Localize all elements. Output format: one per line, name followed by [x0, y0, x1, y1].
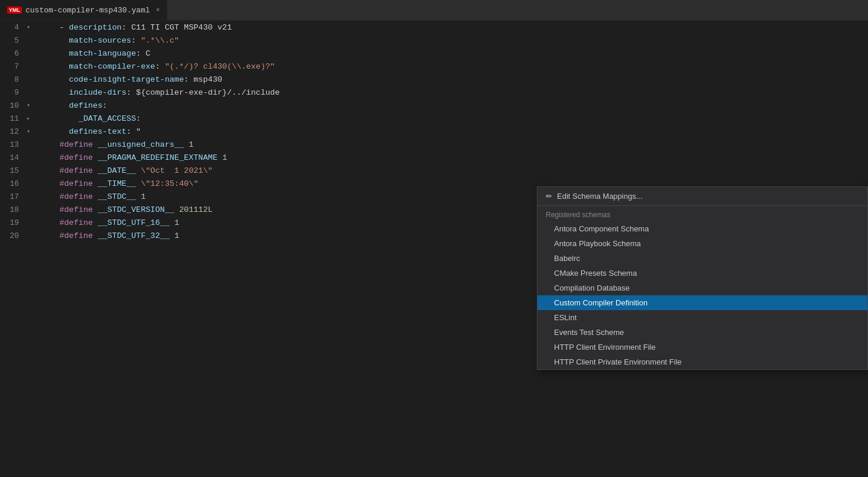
line-number: 11: [0, 114, 24, 123]
token-pp-name: __STDC__: [98, 192, 136, 201]
code-line: match-compiler-exe: "(.*/)? cl430(\\.exe…: [40, 60, 868, 73]
code-line: include-dirs: ${compiler-exe-dir}/../inc…: [40, 86, 868, 99]
token-pp-val: 1: [189, 140, 193, 149]
gutter-row: 20: [0, 229, 35, 242]
token-pp-name: __STDC_UTF_16__: [98, 218, 170, 227]
token-prop-blue: defines: [40, 101, 102, 110]
schema-item[interactable]: Custom Compiler Definition: [537, 295, 867, 310]
token-pp-val: 1: [174, 218, 179, 227]
token-plain: :: [136, 114, 141, 123]
code-line: _DATA_ACCESS:: [40, 112, 868, 125]
token-preprocessor: #define: [40, 179, 93, 188]
token-plain: [40, 114, 79, 123]
token-prop-blue: defines-text: [40, 127, 127, 136]
line-number: 15: [0, 166, 24, 175]
schema-item[interactable]: CMake Presets Schema: [537, 266, 867, 281]
fold-icon[interactable]: ▾: [24, 24, 33, 31]
token-prop-blue: include-dirs: [40, 88, 127, 97]
code-line: #define __PRAGMA_REDEFINE_EXTNAME 1: [40, 151, 868, 164]
token-preprocessor: #define: [40, 231, 93, 240]
token-plain: : ${compiler-exe-dir}/../include: [127, 88, 280, 97]
gutter-row: 6: [0, 47, 35, 60]
gutter-row: 14: [0, 151, 35, 164]
line-number: 17: [0, 192, 24, 201]
gutter-row: 19: [0, 216, 35, 229]
tab-close-button[interactable]: ×: [156, 7, 160, 14]
gutter-row: 13: [0, 138, 35, 151]
code-line: #define __unsigned_chars__ 1: [40, 138, 868, 151]
tab-bar: YML custom-compiler-msp430.yaml ×: [0, 0, 868, 21]
schema-item[interactable]: HTTP Client Environment File: [537, 340, 867, 354]
token-plain: :: [102, 101, 107, 110]
line-number: 14: [0, 153, 24, 162]
token-preprocessor: #define: [40, 205, 93, 214]
gutter-row: 16: [0, 177, 35, 190]
gutter-row: 18: [0, 203, 35, 216]
token-prop-blue: match-language: [40, 49, 136, 58]
token-plain: : msp430: [184, 75, 222, 84]
token-plain: [170, 231, 174, 240]
token-pp-name: __PRAGMA_REDEFINE_EXTNAME: [98, 153, 218, 162]
token-plain: [136, 192, 141, 201]
editor-tab[interactable]: YML custom-compiler-msp430.yaml ×: [0, 0, 167, 20]
fold-icon[interactable]: ▸: [24, 115, 33, 122]
line-number: 7: [0, 62, 24, 71]
line-number: 16: [0, 179, 24, 188]
line-number: 18: [0, 205, 24, 214]
token-plain: [170, 218, 174, 227]
token-pp-name: __TIME__: [98, 179, 136, 188]
gutter-row: 7: [0, 60, 35, 73]
token-pp-name: __unsigned_chars__: [98, 140, 184, 149]
token-plain: [174, 205, 179, 214]
token-pp-val: 201112L: [179, 205, 213, 214]
gutter-row: 10▾: [0, 99, 35, 112]
schema-item[interactable]: ESLint: [537, 310, 867, 325]
code-line: defines:: [40, 99, 868, 112]
schema-item[interactable]: Antora Playbook Schema: [537, 236, 867, 251]
tab-filename: custom-compiler-msp430.yaml: [25, 6, 150, 15]
token-prop-blue: description: [69, 23, 122, 32]
token-dash: -: [40, 23, 69, 32]
schema-item[interactable]: Antora Component Schema: [537, 221, 867, 236]
token-plain: : C11 TI CGT MSP430 v21: [122, 23, 232, 32]
fold-icon[interactable]: ▾: [24, 128, 33, 135]
line-number: 5: [0, 36, 24, 45]
edit-schema-label: Edit Schema Mappings...: [557, 192, 643, 201]
token-pp-val: 1: [222, 153, 227, 162]
line-number: 8: [0, 75, 24, 84]
gutter-row: 4▾: [0, 21, 35, 34]
token-pp-name: __STDC_VERSION__: [98, 205, 174, 214]
code-line: defines-text: ": [40, 125, 868, 138]
line-number-gutter: 4▾5678910▾11▸12▾1314151617181920: [0, 21, 35, 477]
code-line: #define __DATE__ \"Oct 1 2021\": [40, 164, 868, 177]
schema-item[interactable]: HTTP Client Private Environment File: [537, 354, 867, 369]
token-plain: :: [155, 62, 164, 71]
token-preprocessor: #define: [40, 166, 93, 175]
gutter-row: 17: [0, 190, 35, 203]
token-pp-name: __STDC_UTF_32__: [98, 231, 170, 240]
token-plain: :: [131, 36, 141, 45]
editor-area: 4▾5678910▾11▸12▾1314151617181920 - descr…: [0, 21, 868, 477]
schema-list: Antora Component SchemaAntora Playbook S…: [537, 221, 867, 369]
line-number: 12: [0, 127, 24, 136]
edit-schema-mappings-item[interactable]: ✏ Edit Schema Mappings...: [537, 187, 867, 206]
token-prop-blue: match-compiler-exe: [40, 62, 155, 71]
gutter-row: 5: [0, 34, 35, 47]
schema-item[interactable]: Compilation Database: [537, 281, 867, 295]
token-preprocessor: #define: [40, 218, 93, 227]
token-str-orange: ".*\\.c": [141, 36, 179, 45]
line-number: 6: [0, 49, 24, 58]
code-line: code-insight-target-name: msp430: [40, 73, 868, 86]
token-plain: : C: [136, 49, 150, 58]
gutter-row: 15: [0, 164, 35, 177]
token-pp-val: 1: [174, 231, 179, 240]
code-line: match-sources: ".*\\.c": [40, 34, 868, 47]
registered-schemas-label: Registered schemas: [537, 206, 867, 221]
token-pp-val: 1: [141, 192, 145, 201]
schema-item[interactable]: Babelrc: [537, 251, 867, 266]
token-prop-blue: match-sources: [40, 36, 131, 45]
line-number: 20: [0, 231, 24, 240]
schema-item[interactable]: Events Test Scheme: [537, 325, 867, 340]
token-preprocessor: #define: [40, 153, 93, 162]
fold-icon[interactable]: ▾: [24, 102, 33, 109]
